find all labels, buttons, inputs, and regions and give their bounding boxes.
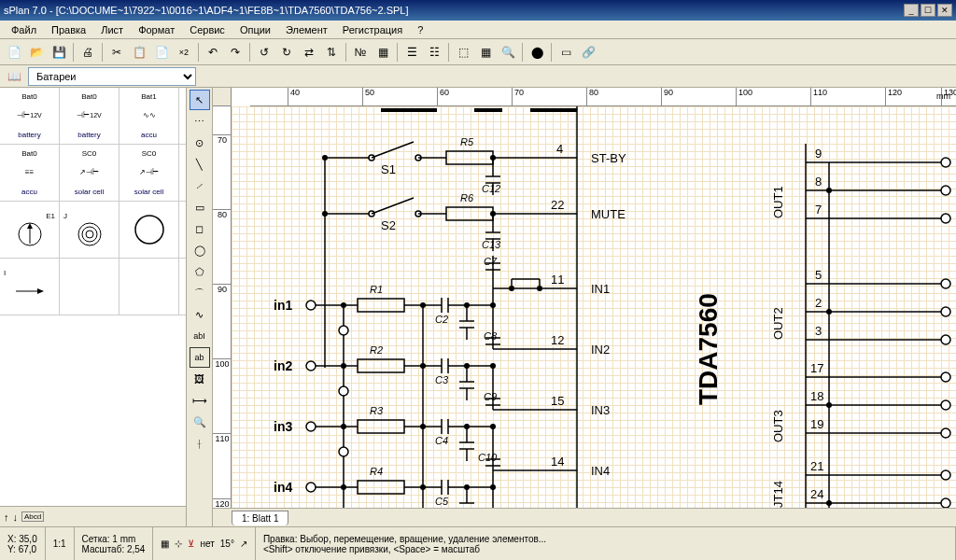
select-tool-button[interactable]: ⬚ [453,42,473,63]
svg-text:8: 8 [815,175,822,189]
ruler-horizontal: 40 50 60 70 80 90 100 110 120 130 mm [250,88,956,106]
svg-point-146 [341,484,346,490]
tool-rect-dash[interactable]: ◻ [190,218,210,239]
list-button[interactable]: ☷ [424,42,444,63]
menu-format[interactable]: Формат [131,22,182,37]
link-button[interactable]: 🔗 [578,42,598,63]
tool-zoom[interactable]: 🔍 [190,412,210,432]
svg-text:7: 7 [815,203,822,217]
svg-point-182 [941,335,950,344]
svg-point-178 [941,307,950,316]
rot-right-button[interactable]: ↻ [276,42,297,63]
paste-button[interactable]: 📄 [151,42,172,63]
tool-node[interactable]: ⊙ [190,133,210,153]
tab-blatt1[interactable]: 1: Blatt 1 [232,511,288,525]
align-button[interactable]: ▦ [373,42,393,63]
rot-left-button[interactable]: ↺ [254,42,274,63]
menu-edit[interactable]: Правка [44,22,93,37]
svg-rect-12 [474,108,502,112]
svg-point-5 [86,231,93,238]
menu-sheet[interactable]: Лист [93,22,131,37]
side-tool-up[interactable]: ↑ [4,511,9,523]
menu-service[interactable]: Сервис [182,22,232,37]
lib-icon[interactable]: 📖 [4,66,24,87]
snap-icon[interactable]: ⊹ [175,539,182,549]
comp-sc0-2[interactable]: SC0↗⊣⊢solar cell [120,145,179,201]
svg-point-110 [490,363,496,369]
svg-text:C9: C9 [484,391,497,402]
comp-bat0-1[interactable]: Bat0⊣⊢12Vbattery [0,88,60,144]
tool-image[interactable]: 🖼 [190,369,210,389]
menu-register[interactable]: Регистрация [335,22,410,37]
component-sidebar: Bat0⊣⊢12Vbattery Bat0⊣⊢12Vbattery Bat1∿∿… [0,88,187,526]
comp-i[interactable]: I [0,259,60,315]
arrow-icon[interactable]: ↗ [240,539,247,549]
close-button[interactable]: ✕ [937,4,952,17]
tool-bezier[interactable]: ∿ [190,304,210,325]
flip-h-button[interactable]: ⇄ [299,42,319,63]
comp-j[interactable]: J [60,202,120,258]
comp-bat1[interactable]: Bat1∿∿accu [120,88,179,144]
comp-sc0-1[interactable]: SC0↗⊣⊢solar cell [60,145,120,201]
comp-accu[interactable]: Bat0≡≡accu [0,145,60,201]
open-button[interactable]: 📂 [26,42,47,63]
svg-rect-69 [358,299,404,312]
svg-text:ST-BY: ST-BY [591,151,626,165]
tool-line[interactable]: ╲ [190,154,210,175]
svg-text:21: 21 [810,459,823,473]
save-button[interactable]: 💾 [49,42,69,63]
dup-button[interactable]: ×2 [174,42,194,63]
redo-button[interactable]: ↷ [225,42,246,63]
tool-poly[interactable]: ⬠ [190,261,210,282]
layer-button[interactable]: ☰ [401,42,422,63]
tool-textbox[interactable]: ab [190,347,210,368]
stop-button[interactable]: ⬤ [527,42,547,63]
copy-button[interactable]: 📋 [129,42,149,63]
tool-dim[interactable]: ⟼ [190,390,210,411]
tool-dots[interactable]: ⋯ [190,111,210,132]
tool-rect[interactable]: ▭ [190,197,210,217]
tool-pointer[interactable]: ↖ [190,90,210,110]
svg-text:C10: C10 [478,452,498,463]
svg-text:in1: in1 [274,298,292,313]
svg-text:C7: C7 [484,256,498,267]
maximize-button[interactable]: ☐ [921,4,935,17]
svg-point-158 [464,484,470,490]
magnet-icon[interactable]: ⊻ [188,539,194,549]
side-tool-abc[interactable]: Abcd [21,511,44,522]
svg-text:11: 11 [551,273,564,287]
print-button[interactable]: 🖨 [77,42,98,63]
cut-button[interactable]: ✂ [106,42,127,63]
library-select[interactable]: Батареи [28,67,196,86]
comp-empty-1[interactable] [60,259,120,315]
schematic-canvas[interactable]: S1 R5 C12 4 ST-BY [232,106,956,508]
tool-measure[interactable]: ⟊ [190,433,210,454]
num-button[interactable]: № [350,42,371,63]
find-button[interactable]: 🔍 [498,42,518,63]
comp-empty-2[interactable] [120,259,179,315]
grid-icon[interactable]: ▦ [161,539,169,549]
tool-column: ↖ ⋯ ⊙ ╲ ⟋ ▭ ◻ ◯ ⬠ ⌒ ∿ abI ab 🖼 ⟼ 🔍 ⟊ [187,88,213,526]
menu-file[interactable]: Файл [4,22,44,37]
menu-element[interactable]: Элемент [278,22,335,37]
comp-e1[interactable]: E1 [0,202,60,258]
comp-circle[interactable] [120,202,179,258]
grid-button[interactable]: ▦ [475,42,496,63]
side-tool-down[interactable]: ↓ [13,511,19,523]
svg-text:C13: C13 [482,239,501,250]
svg-marker-2 [27,223,33,229]
svg-point-128 [420,424,426,429]
tool-circle[interactable]: ◯ [190,240,210,260]
status-hint: Правка: Выбор, перемещение, вращение, уд… [256,527,956,560]
menu-help[interactable]: ? [410,22,430,37]
undo-button[interactable]: ↶ [203,42,223,63]
tool-polyline[interactable]: ⟋ [190,175,210,196]
tool-arc[interactable]: ⌒ [190,283,210,303]
comp-bat0-2[interactable]: Bat0⊣⊢12Vbattery [60,88,120,144]
new-button[interactable]: 📄 [4,42,24,63]
menu-options[interactable]: Опции [232,22,278,37]
minimize-button[interactable]: _ [904,4,919,17]
sim-button[interactable]: ▭ [555,42,576,63]
flip-v-button[interactable]: ⇅ [321,42,342,63]
tool-text[interactable]: abI [190,326,210,346]
